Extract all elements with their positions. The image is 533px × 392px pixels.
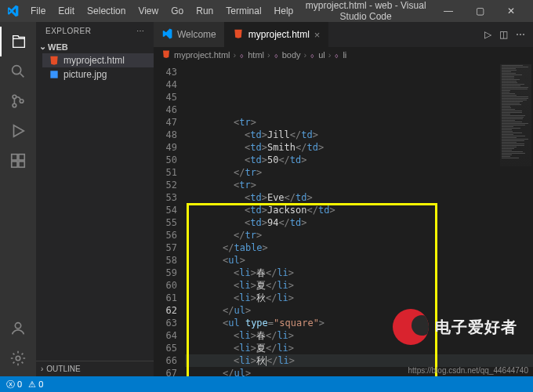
tag-icon: ⬨: [239, 50, 245, 60]
tab-close-icon[interactable]: ×: [314, 29, 321, 41]
code-line[interactable]: <tr>: [185, 179, 533, 191]
breadcrumb-sep: ›: [267, 50, 270, 60]
code-line[interactable]: <li>秋</li>: [185, 354, 533, 367]
file-row[interactable]: myproject.html: [42, 53, 154, 67]
titlebar: FileEditSelectionViewGoRunTerminalHelp m…: [0, 0, 533, 22]
code-line[interactable]: <li>夏</li>: [185, 342, 533, 354]
svg-point-9: [16, 356, 20, 361]
menu-file[interactable]: File: [25, 3, 51, 19]
breadcrumb-item[interactable]: li: [343, 50, 346, 60]
tab-welcome[interactable]: Welcome: [154, 22, 225, 47]
activity-account-icon[interactable]: [0, 314, 36, 343]
svg-rect-7: [19, 162, 24, 167]
code-line[interactable]: <td>Jill</td>: [185, 129, 533, 141]
menu-terminal[interactable]: Terminal: [220, 3, 266, 19]
activity-settings-icon[interactable]: [0, 343, 36, 373]
html-file-icon: [161, 49, 171, 60]
tag-icon: ⬨: [310, 50, 315, 60]
activity-run-debug-icon[interactable]: [0, 116, 36, 146]
code-line[interactable]: </tr>: [185, 229, 533, 241]
status-warnings-count: 0: [38, 379, 43, 389]
svg-point-8: [15, 323, 20, 328]
code-line[interactable]: <li>夏</li>: [185, 279, 533, 292]
svg-rect-6: [12, 162, 17, 167]
status-errors-count: 0: [17, 379, 22, 389]
code-line[interactable]: </tr>: [185, 166, 533, 179]
image-file-icon: [49, 69, 60, 80]
code-line[interactable]: <ul type="square">: [185, 317, 533, 329]
more-actions-icon[interactable]: ⋯: [516, 29, 525, 40]
activity-explorer-icon[interactable]: [0, 27, 36, 56]
code-line[interactable]: <td>50</td>: [185, 154, 533, 166]
file-label: myproject.html: [63, 55, 125, 66]
vscode-icon: [161, 28, 172, 42]
activity-search-icon[interactable]: [0, 56, 36, 86]
menu-view[interactable]: View: [132, 3, 164, 19]
minimap[interactable]: [500, 64, 531, 166]
window-close-button[interactable]: ✕: [495, 0, 527, 22]
svg-point-3: [20, 100, 24, 103]
code-line[interactable]: <li>春</li>: [185, 329, 533, 342]
tab-label: myproject.html: [248, 29, 310, 40]
breadcrumb-item[interactable]: body: [282, 50, 301, 60]
split-editor-icon[interactable]: ◫: [499, 29, 508, 40]
window-maximize-button[interactable]: ▢: [464, 0, 495, 22]
line-gutter: 4344454647484950515253545556575859606162…: [154, 63, 185, 376]
menu-edit[interactable]: Edit: [53, 3, 80, 19]
file-row[interactable]: picture.jpg: [42, 67, 154, 82]
code-view[interactable]: <tr><td>Jill</td><td>Smith</td><td>50</t…: [185, 63, 533, 376]
explorer-label: EXPLORER: [45, 27, 91, 35]
chevron-right-icon: ›: [41, 365, 43, 373]
menu-selection[interactable]: Selection: [82, 3, 131, 19]
code-line[interactable]: <td>Smith</td>: [185, 141, 533, 154]
svg-rect-10: [50, 71, 57, 78]
footer-url: https://blog.csdn.net/qq_44644740: [408, 366, 528, 375]
explorer-more-icon[interactable]: ⋯: [136, 27, 145, 35]
status-bar: ⓧ 0 ⚠ 0: [0, 376, 533, 392]
sidebar-title: EXPLORER ⋯: [36, 22, 154, 40]
code-line[interactable]: <li>春</li>: [185, 267, 533, 279]
tab-myproject-html[interactable]: myproject.html×: [225, 22, 329, 47]
folder-header[interactable]: ⌄ WEB: [36, 40, 154, 53]
chevron-down-icon: ⌄: [39, 42, 46, 52]
file-label: picture.jpg: [63, 69, 107, 80]
status-warnings[interactable]: ⚠ 0: [28, 379, 43, 390]
activity-source-control-icon[interactable]: [0, 86, 36, 116]
code-line[interactable]: <tr>: [185, 116, 533, 129]
code-line[interactable]: <td>Jackson</td>: [185, 204, 533, 216]
breadcrumb-sep: ›: [234, 50, 237, 60]
editor-actions: ▷ ◫ ⋯: [484, 22, 533, 47]
svg-point-2: [13, 103, 16, 107]
html-icon: [233, 28, 244, 42]
window-controls: — ▢ ✕: [433, 0, 527, 22]
tag-icon: ⬨: [334, 50, 339, 60]
svg-point-1: [13, 95, 16, 99]
window-minimize-button[interactable]: —: [433, 0, 464, 22]
code-line[interactable]: <td>Eve</td>: [185, 191, 533, 204]
menu-go[interactable]: Go: [165, 3, 189, 19]
code-line[interactable]: </table>: [185, 241, 533, 254]
code-line[interactable]: </ul>: [185, 304, 533, 317]
window-title: myproject.html - web - Visual Studio Cod…: [299, 0, 433, 22]
activity-extensions-icon[interactable]: [0, 146, 36, 176]
status-errors[interactable]: ⓧ 0: [6, 379, 22, 390]
breadcrumb[interactable]: myproject.html›⬨ html›⬨ body›⬨ ul›⬨ li: [154, 47, 533, 63]
breadcrumb-sep: ›: [328, 50, 332, 60]
breadcrumb-sep: ›: [304, 50, 307, 60]
activity-bar: [0, 22, 36, 376]
menu-help[interactable]: Help: [269, 3, 299, 19]
tab-label: Welcome: [177, 29, 216, 40]
tabs-bar: Welcomemyproject.html× ▷ ◫ ⋯: [154, 22, 533, 47]
code-line[interactable]: <ul>: [185, 254, 533, 267]
breadcrumb-item[interactable]: html: [248, 50, 264, 60]
breadcrumb-item[interactable]: myproject.html: [174, 50, 230, 60]
outline-section[interactable]: › OUTLINE: [36, 361, 154, 376]
breadcrumb-item[interactable]: ul: [318, 50, 325, 60]
run-icon[interactable]: ▷: [484, 29, 491, 40]
menu-bar: FileEditSelectionViewGoRunTerminalHelp: [25, 3, 299, 19]
tag-icon: ⬨: [274, 50, 279, 60]
editor-body[interactable]: 4344454647484950515253545556575859606162…: [154, 63, 533, 376]
menu-run[interactable]: Run: [190, 3, 219, 19]
code-line[interactable]: <li>秋</li>: [185, 292, 533, 304]
code-line[interactable]: <td>94</td>: [185, 216, 533, 229]
